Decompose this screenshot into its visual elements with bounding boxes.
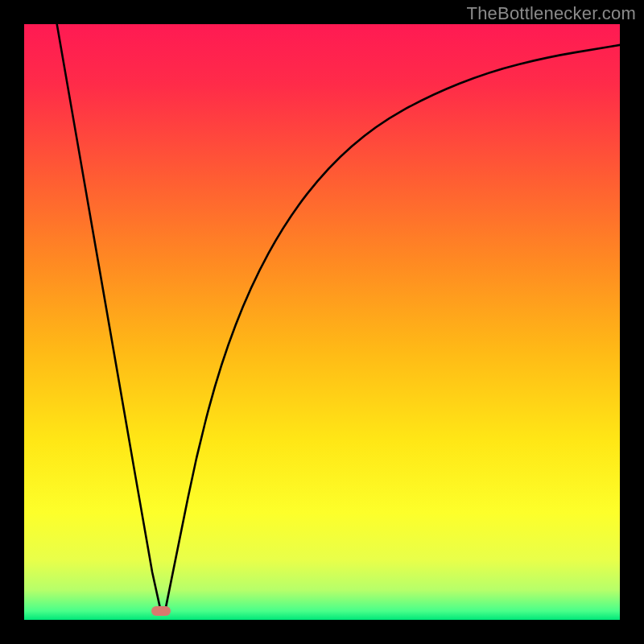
- curve-right-branch: [165, 45, 620, 613]
- min-point-marker: [151, 606, 171, 616]
- curve-left-branch: [57, 24, 162, 613]
- curve-layer: [24, 24, 620, 620]
- chart-frame: TheBottlenecker.com: [0, 0, 644, 644]
- plot-area: [24, 24, 620, 620]
- attribution-text: TheBottlenecker.com: [467, 3, 636, 24]
